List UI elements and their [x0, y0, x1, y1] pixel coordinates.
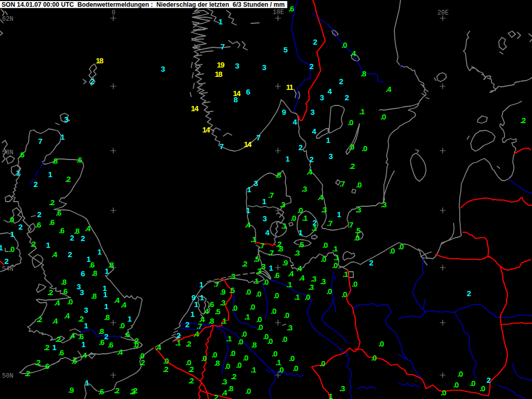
svg-text:.3: .3 — [321, 205, 327, 214]
svg-text:62N: 62N — [2, 16, 14, 23]
svg-text:14: 14 — [244, 140, 252, 149]
svg-text:.0: .0 — [201, 354, 207, 363]
svg-text:1: 1 — [46, 241, 50, 249]
svg-text:.6: .6 — [62, 287, 68, 296]
svg-text:2: 2 — [81, 234, 85, 243]
svg-text:1: 1 — [219, 17, 223, 26]
svg-text:1: 1 — [10, 230, 15, 238]
svg-text:.9: .9 — [220, 287, 225, 296]
svg-text:.2: .2 — [349, 162, 355, 170]
svg-text:2: 2 — [467, 289, 471, 298]
svg-text:.0: .0 — [441, 388, 446, 397]
svg-text:2: 2 — [339, 77, 343, 86]
svg-text:.2: .2 — [520, 116, 526, 125]
svg-text:.0: .0 — [245, 287, 251, 296]
svg-text:.7: .7 — [268, 248, 274, 257]
svg-text:1: 1 — [262, 197, 267, 206]
svg-text:.5: .5 — [215, 307, 220, 316]
svg-text:2: 2 — [5, 257, 9, 265]
svg-text:.1: .1 — [302, 214, 308, 222]
svg-text:.6: .6 — [89, 260, 95, 269]
svg-text:.9: .9 — [282, 258, 288, 267]
svg-text:10E: 10E — [273, 9, 284, 16]
svg-text:.0: .0 — [267, 337, 273, 345]
svg-text:.6: .6 — [108, 340, 113, 349]
svg-text:.7: .7 — [268, 191, 274, 200]
svg-text:7: 7 — [38, 137, 43, 145]
svg-text:.2: .2 — [65, 175, 71, 183]
svg-text:1: 1 — [299, 228, 303, 237]
svg-text:.3: .3 — [221, 377, 227, 386]
svg-text:.8: .8 — [228, 384, 233, 393]
svg-text:1: 1 — [286, 154, 290, 163]
svg-text:.6: .6 — [208, 300, 214, 309]
svg-text:.0: .0 — [163, 356, 169, 365]
svg-text:1: 1 — [105, 267, 109, 275]
svg-text:1: 1 — [85, 378, 89, 387]
svg-text:.0: .0 — [380, 112, 386, 121]
svg-text:2: 2 — [37, 210, 42, 219]
svg-text:.0: .0 — [349, 142, 354, 151]
svg-text:.1: .1 — [332, 244, 338, 253]
svg-text:3: 3 — [329, 152, 333, 161]
svg-text:1: 1 — [329, 392, 333, 399]
svg-text:.3: .3 — [260, 262, 265, 271]
svg-text:1: 1 — [200, 293, 204, 302]
svg-text:.0: .0 — [243, 353, 248, 362]
svg-text:.8: .8 — [275, 170, 281, 179]
svg-text:1: 1 — [52, 343, 57, 352]
svg-text:.0: .0 — [67, 297, 73, 306]
svg-text:50N: 50N — [2, 373, 14, 380]
svg-text:.5: .5 — [229, 286, 235, 295]
svg-text:1: 1 — [103, 290, 108, 299]
svg-text:14: 14 — [202, 125, 210, 134]
svg-text:.2: .2 — [30, 240, 36, 248]
svg-text:1: 1 — [16, 168, 20, 177]
svg-text:9: 9 — [282, 108, 286, 116]
svg-text:.9: .9 — [68, 385, 74, 394]
svg-text:.1: .1 — [253, 276, 259, 285]
svg-text:2: 2 — [369, 258, 374, 267]
svg-text:.0: .0 — [257, 323, 263, 331]
svg-text:18: 18 — [215, 70, 222, 78]
svg-text:.0: .0 — [470, 379, 475, 388]
svg-text:.0: .0 — [480, 384, 485, 393]
svg-text:.8: .8 — [214, 358, 220, 367]
svg-text:.2: .2 — [188, 365, 194, 374]
svg-text:.7: .7 — [339, 179, 345, 188]
svg-text:.1: .1 — [221, 316, 227, 325]
svg-text:.3: .3 — [339, 384, 345, 393]
svg-text:.0: .0 — [230, 349, 235, 357]
svg-text:.2: .2 — [24, 369, 30, 378]
svg-text:.3: .3 — [287, 323, 292, 332]
svg-text:.0: .0 — [320, 359, 325, 368]
svg-text:.2: .2 — [231, 372, 236, 381]
svg-text:.8: .8 — [52, 156, 58, 165]
svg-text:.1: .1 — [294, 292, 300, 301]
svg-text:.0: .0 — [356, 180, 362, 189]
svg-text:.0: .0 — [256, 289, 261, 298]
svg-text:.3: .3 — [294, 248, 300, 257]
svg-text:.6: .6 — [71, 356, 77, 365]
svg-text:.0: .0 — [322, 241, 328, 249]
svg-text:.2: .2 — [212, 393, 218, 399]
svg-text:.3: .3 — [230, 272, 235, 281]
svg-text:.0: .0 — [362, 144, 367, 153]
svg-text:3: 3 — [254, 179, 258, 188]
svg-text:.0: .0 — [292, 364, 298, 373]
svg-text:.3: .3 — [381, 200, 387, 209]
svg-text:.2: .2 — [185, 339, 191, 348]
svg-text:2: 2 — [134, 386, 138, 395]
svg-text:.2: .2 — [242, 259, 247, 268]
svg-text:.2: .2 — [139, 358, 145, 367]
svg-text:3: 3 — [235, 61, 240, 70]
svg-text:5: 5 — [284, 45, 288, 54]
svg-text:2: 2 — [70, 233, 74, 242]
svg-text:.6: .6 — [19, 150, 24, 159]
svg-text:3: 3 — [84, 305, 88, 314]
svg-text:3: 3 — [80, 288, 84, 297]
svg-text:.8: .8 — [91, 291, 97, 300]
svg-text:.0: .0 — [389, 246, 395, 255]
svg-text:1: 1 — [326, 136, 330, 144]
svg-text:1: 1 — [191, 310, 195, 318]
